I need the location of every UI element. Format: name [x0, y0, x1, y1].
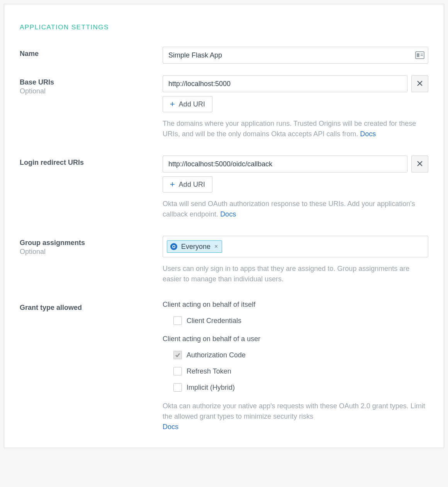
- refresh-token-label: Refresh Token: [187, 367, 231, 375]
- remove-group-chip[interactable]: ×: [214, 243, 218, 250]
- grant-group-user-heading: Client acting on behalf of a user: [163, 335, 428, 343]
- grant-type-helper: Okta can authorize your native app's req…: [163, 401, 428, 432]
- grant-client-credentials-row: Client Credentials: [163, 314, 428, 327]
- base-uris-sublabel: Optional: [20, 87, 163, 95]
- authorization-code-label: Authorization Code: [187, 351, 246, 359]
- grant-implicit-row: Implicit (Hybrid): [163, 381, 428, 394]
- base-uri-input[interactable]: [163, 75, 407, 92]
- plus-icon: +: [170, 100, 175, 108]
- implicit-label: Implicit (Hybrid): [187, 384, 235, 392]
- name-label: Name: [20, 50, 163, 58]
- add-login-redirect-button[interactable]: + Add URI: [163, 176, 212, 193]
- remove-login-redirect-button[interactable]: [411, 156, 428, 172]
- row-name: Name: [20, 47, 428, 64]
- group-icon: [170, 242, 178, 251]
- grant-type-docs-link[interactable]: Docs: [163, 423, 178, 431]
- group-chip-label: Everyone: [181, 243, 210, 251]
- login-redirect-label: Login redirect URIs: [20, 159, 163, 167]
- grant-group-self-heading: Client acting on behalf of itself: [163, 301, 428, 309]
- svg-point-10: [173, 246, 175, 248]
- authorization-code-checkbox: [173, 351, 182, 359]
- base-uris-label: Base URIs: [20, 78, 163, 86]
- group-assignments-input[interactable]: Everyone ×: [163, 236, 428, 257]
- refresh-token-checkbox[interactable]: [173, 367, 182, 375]
- add-login-redirect-label: Add URI: [179, 181, 205, 189]
- section-title: APPLICATION SETTINGS: [20, 24, 428, 31]
- svg-rect-1: [417, 53, 419, 57]
- implicit-checkbox[interactable]: [173, 383, 182, 392]
- login-redirect-docs-link[interactable]: Docs: [220, 210, 236, 218]
- login-redirect-input[interactable]: [163, 156, 407, 172]
- remove-base-uri-button[interactable]: [411, 75, 428, 92]
- plus-icon: +: [170, 180, 175, 189]
- row-login-redirect: Login redirect URIs + Add URI Okta wi: [20, 156, 428, 220]
- group-assignments-helper: Users can only sign in to apps that they…: [163, 264, 428, 284]
- row-base-uris: Base URIs Optional + Add URI: [20, 75, 428, 139]
- grant-type-label: Grant type allowed: [20, 304, 163, 312]
- login-redirect-helper: Okta will send OAuth authorization respo…: [163, 199, 428, 220]
- close-icon: [417, 159, 423, 169]
- grant-authorization-code-row: Authorization Code: [163, 348, 428, 362]
- base-uris-helper: The domains where your application runs.…: [163, 118, 428, 139]
- row-grant-type: Grant type allowed Client acting on beha…: [20, 301, 428, 432]
- name-input[interactable]: [163, 47, 428, 64]
- group-assignments-label: Group assignments: [20, 239, 163, 247]
- grant-refresh-token-row: Refresh Token: [163, 365, 428, 378]
- add-base-uri-button[interactable]: + Add URI: [163, 96, 212, 112]
- close-icon: [417, 79, 423, 89]
- client-credentials-label: Client Credentials: [187, 317, 241, 325]
- add-base-uri-label: Add URI: [179, 100, 205, 108]
- client-credentials-checkbox[interactable]: [173, 316, 182, 325]
- group-assignments-sublabel: Optional: [20, 248, 163, 256]
- contact-card-icon: [415, 51, 424, 59]
- group-chip-everyone: Everyone ×: [167, 240, 222, 253]
- row-group-assignments: Group assignments Optional Everyone: [20, 236, 428, 284]
- application-settings-card: APPLICATION SETTINGS Name: [4, 4, 444, 448]
- base-uris-docs-link[interactable]: Docs: [360, 130, 376, 138]
